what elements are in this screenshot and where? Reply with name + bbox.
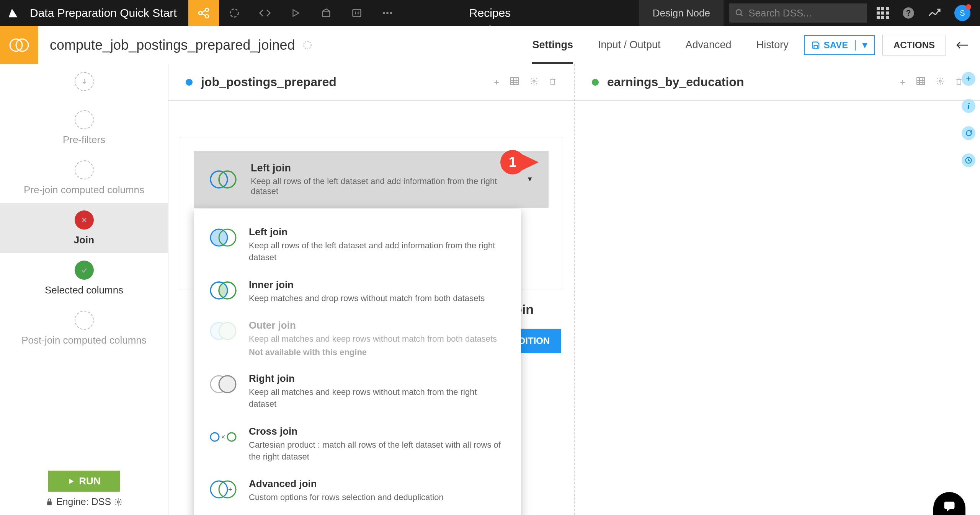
dd-cross-join[interactable]: × Cross join Cartesian product : match a…	[194, 418, 521, 471]
svg-point-0	[199, 11, 202, 15]
help-icon[interactable]: ?	[902, 7, 915, 19]
circle-icon[interactable]	[219, 0, 250, 26]
search-input[interactable]	[748, 7, 861, 19]
add-icon[interactable]: +	[494, 77, 499, 88]
gear-icon[interactable]	[530, 77, 538, 85]
step-pre-filters[interactable]: Pre-filters	[0, 103, 168, 153]
step-circle	[75, 160, 94, 179]
back-arrow-icon[interactable]	[956, 41, 969, 50]
main-area: Pre-filters Pre-join computed columns Jo…	[0, 64, 980, 515]
activity-icon[interactable]	[928, 8, 941, 18]
save-caret[interactable]: ▼	[855, 40, 874, 51]
svg-text:?: ?	[906, 8, 911, 18]
svg-point-2	[205, 15, 209, 18]
join-option-desc: Keep all matches and keep rows without m…	[249, 333, 497, 345]
recipe-header: compute_job_postings_prepared_joined Set…	[0, 26, 980, 64]
svg-point-27	[117, 501, 119, 503]
rail-add-icon[interactable]: +	[962, 72, 975, 86]
add-icon[interactable]: +	[900, 77, 905, 88]
avatar[interactable]: S	[954, 5, 970, 21]
notification-dot	[966, 4, 971, 10]
right-rail: + i	[957, 64, 980, 515]
dd-advanced-join[interactable]: + Advanced join Custom options for rows …	[194, 470, 521, 511]
save-button[interactable]: SAVE ▼	[804, 35, 875, 55]
dd-left-join[interactable]: Left join Keep all rows of the left data…	[194, 218, 521, 271]
join-option-title: Cross join	[249, 425, 506, 437]
step-post-join-columns[interactable]: Post-join computed columns	[0, 303, 168, 353]
dd-right-join[interactable]: Right join Keep all matches and keep row…	[194, 365, 521, 418]
svg-rect-26	[47, 501, 52, 505]
right-dataset-actions: +	[900, 77, 963, 88]
step-pre-join-columns[interactable]: Pre-join computed columns	[0, 153, 168, 203]
join-option-title: Inner join	[249, 279, 485, 291]
play-icon[interactable]	[280, 0, 311, 26]
svg-rect-55	[917, 78, 924, 85]
topbar-far-icons: ? S	[877, 5, 970, 21]
flow-icon[interactable]	[188, 0, 219, 26]
gear-icon[interactable]	[936, 77, 944, 85]
actions-button[interactable]: ACTIONS	[882, 35, 946, 55]
lock-icon	[46, 497, 53, 507]
more-icon[interactable]	[372, 0, 403, 26]
dashboard-icon[interactable]	[341, 0, 372, 26]
dataiku-logo-icon[interactable]	[0, 0, 26, 26]
table-icon[interactable]	[510, 77, 519, 85]
svg-point-48	[219, 376, 236, 393]
run-button[interactable]: RUN	[48, 471, 119, 492]
join-option-title: Right join	[249, 373, 506, 385]
selected-join-info: Left join Keep all rows of the left data…	[251, 162, 513, 196]
step-start[interactable]	[0, 64, 168, 103]
join-type-dropdown: Left join Keep all rows of the left data…	[194, 209, 521, 515]
join-type-selector[interactable]: Left join Keep all rows of the left data…	[194, 151, 549, 208]
rail-chat-icon[interactable]	[962, 126, 975, 140]
svg-rect-7	[322, 11, 330, 16]
svg-point-60	[939, 80, 941, 82]
code-icon[interactable]	[250, 0, 280, 26]
tab-advanced[interactable]: Advanced	[686, 26, 732, 64]
join-option-desc: Keep all rows of the left dataset and ad…	[249, 240, 506, 264]
dd-outer-join: Outer join Keep all matches and keep row…	[194, 312, 521, 365]
project-title[interactable]: Data Preparation Quick Start	[30, 7, 177, 20]
svg-marker-64	[947, 509, 950, 512]
step-start-icon	[75, 72, 94, 91]
steps-sidebar: Pre-filters Pre-join computed columns Jo…	[0, 64, 168, 515]
rail-history-icon[interactable]	[962, 153, 975, 167]
step-check-icon	[75, 261, 94, 280]
svg-point-5	[230, 9, 238, 17]
design-node-label[interactable]: Design Node	[639, 0, 724, 26]
svg-rect-8	[353, 10, 361, 17]
svg-marker-25	[69, 479, 74, 484]
tab-input-output[interactable]: Input / Output	[598, 26, 661, 64]
trash-icon[interactable]	[549, 77, 557, 86]
annotation-marker-1: 1	[500, 150, 545, 174]
box-icon[interactable]	[311, 0, 341, 26]
engine-info[interactable]: Engine: DSS	[8, 496, 160, 507]
svg-line-15	[741, 14, 743, 16]
svg-rect-63	[944, 502, 955, 509]
save-label: SAVE	[824, 40, 848, 51]
dd-inner-join[interactable]: Inner join Keep matches and drop rows wi…	[194, 271, 521, 312]
step-join[interactable]: Join	[0, 203, 168, 253]
refresh-icon[interactable]	[302, 40, 312, 50]
right-dataset-name: earnings_by_education	[607, 75, 744, 89]
chevron-down-icon: ▼	[526, 175, 533, 183]
search-box[interactable]	[729, 3, 867, 23]
svg-point-20	[304, 41, 312, 49]
svg-point-11	[382, 12, 385, 14]
join-option-desc: Custom options for rows selection and de…	[249, 492, 444, 504]
engine-label: Engine: DSS	[56, 496, 111, 507]
run-bar: RUN Engine: DSS	[0, 463, 168, 515]
tab-history[interactable]: History	[756, 26, 789, 64]
join-option-title: Advanced join	[249, 478, 444, 490]
step-label: Pre-join computed columns	[0, 184, 168, 196]
table-icon[interactable]	[916, 77, 925, 85]
apps-icon[interactable]	[877, 7, 889, 19]
join-option-desc: Cartesian product : match all rows of th…	[249, 439, 506, 463]
breadcrumb-recipes[interactable]: Recipes	[469, 0, 511, 26]
step-selected-columns[interactable]: Selected columns	[0, 253, 168, 303]
rail-info-icon[interactable]: i	[962, 99, 975, 113]
svg-line-3	[202, 10, 205, 13]
tab-settings[interactable]: Settings	[532, 26, 573, 64]
svg-point-14	[736, 10, 742, 15]
left-dataset-actions: +	[494, 77, 557, 88]
